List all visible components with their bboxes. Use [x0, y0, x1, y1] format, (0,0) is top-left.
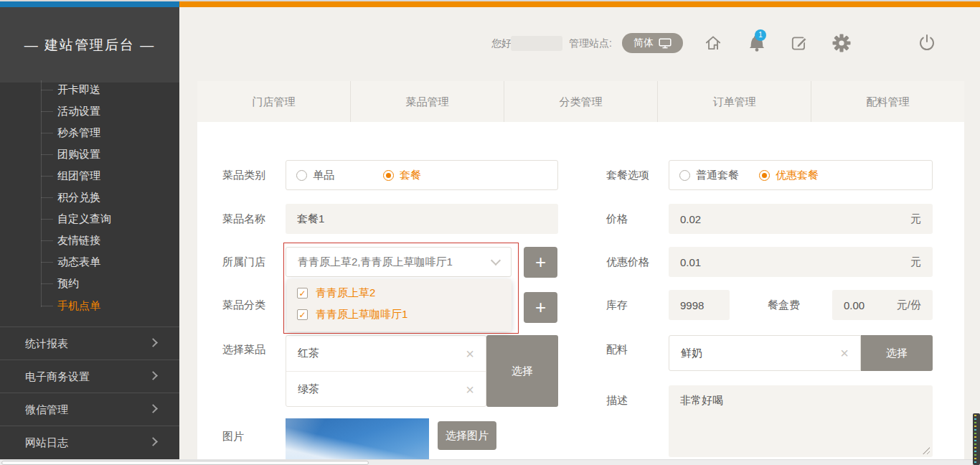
checkbox-checked[interactable]: ✓ [297, 288, 308, 299]
tab-order-management[interactable]: 订单管理 [657, 81, 811, 122]
dish-name-label: 菜品名称 [222, 212, 265, 226]
apps-grid-icon[interactable] [876, 35, 895, 54]
description-value: 非常好喝 [680, 394, 723, 406]
select-image-button[interactable]: 选择图片 [438, 421, 496, 450]
sidebar-item-activity[interactable]: 活动设置 [0, 104, 179, 118]
sidebar-item-label: 组团管理 [57, 169, 100, 182]
sidebar-item-links[interactable]: 友情链接 [0, 233, 179, 248]
power-icon[interactable] [918, 34, 936, 52]
horizontal-scrollbar-track[interactable] [0, 459, 980, 465]
chevron-right-icon [149, 437, 158, 446]
dish-type-label: 菜品类别 [222, 168, 265, 182]
sidebar-section-wechat[interactable]: 微信管理 [0, 393, 179, 426]
add-store-button[interactable]: + [524, 247, 557, 278]
notification-badge: 1 [755, 29, 766, 41]
language-label: 简体 [633, 37, 654, 50]
dish-row: 红茶 × [286, 336, 486, 372]
stock-label: 库存 [606, 298, 628, 312]
radio-single-item[interactable] [296, 170, 307, 181]
store-option-row[interactable]: ✓ 青青原上草2 [297, 286, 375, 300]
check-icon: ✓ [298, 288, 306, 299]
tree-tick [41, 240, 53, 241]
remove-dish-icon[interactable]: × [466, 382, 474, 397]
store-option-label: 青青原上草2 [316, 286, 375, 300]
dish-name-input[interactable] [286, 204, 558, 234]
section-label: 统计报表 [25, 337, 68, 349]
sidebar-item-label: 秒杀管理 [57, 126, 100, 138]
add-category-button[interactable]: + [524, 292, 557, 323]
sidebar-section-statistics[interactable]: 统计报表 [0, 327, 179, 360]
stock-input[interactable] [669, 290, 730, 320]
sidebar-item-label: 积分兑换 [57, 191, 100, 203]
topbar-orange [179, 1, 980, 7]
tree-tick [41, 111, 53, 112]
vertical-scrollbar-thumb[interactable] [973, 413, 980, 465]
ingredient-field[interactable]: 鲜奶 × [669, 335, 861, 371]
remove-ingredient-icon[interactable]: × [840, 346, 849, 360]
store-select[interactable]: 青青原上草2,青青原上草咖啡厅1 [286, 247, 512, 277]
ingredient-value: 鲜奶 [681, 347, 702, 360]
tab-store-management[interactable]: 门店管理 [197, 81, 350, 122]
radio-normal-meal[interactable] [679, 170, 690, 181]
meal-option-radio-group: 普通套餐 优惠套餐 [669, 160, 933, 190]
discount-price-field[interactable]: 0.01 元 [669, 247, 933, 277]
dish-type-radio-group: 单品 套餐 [286, 160, 558, 190]
gear-icon[interactable] [832, 34, 851, 52]
remove-dish-icon[interactable]: × [466, 347, 474, 361]
language-pill-button[interactable]: 简体 [622, 33, 683, 53]
sidebar-item-booking[interactable]: 预约 [0, 276, 179, 291]
tree-tick [41, 176, 53, 177]
meal-option-label: 套餐选项 [606, 168, 649, 182]
store-label: 所属门店 [222, 255, 265, 269]
sidebar-item-label: 团购设置 [57, 148, 100, 160]
chevron-down-icon [491, 255, 501, 265]
box-fee-unit: 元/份 [897, 299, 921, 312]
description-textarea[interactable]: 非常好喝 [669, 385, 933, 457]
radio-set-meal[interactable] [383, 170, 394, 181]
topbar-blue [0, 1, 179, 7]
sidebar-section-ecommerce[interactable]: 电子商务设置 [0, 360, 179, 393]
sidebar-section-sitelog[interactable]: 网站日志 [0, 426, 179, 459]
radio-discount-meal[interactable] [759, 170, 770, 181]
tree-tick [41, 283, 53, 284]
store-option-label: 青青原上草咖啡厅1 [316, 308, 407, 321]
box-fee-value: 0.00 [844, 299, 864, 311]
sidebar-item-card-gift[interactable]: 开卡即送 [0, 83, 179, 97]
tree-tick [41, 219, 53, 220]
sidebar-item-points[interactable]: 积分兑换 [0, 190, 179, 205]
sidebar-item-label: 预约 [57, 277, 79, 289]
select-ingredient-button[interactable]: 选择 [861, 335, 933, 371]
tab-ingredient-management[interactable]: 配料管理 [811, 81, 964, 122]
sidebar-item-mobile-order[interactable]: 手机点单 [0, 299, 179, 313]
section-label: 微信管理 [25, 403, 68, 415]
chevron-right-icon [149, 338, 158, 347]
sidebar-item-label: 友情链接 [57, 234, 100, 246]
image-label: 图片 [222, 429, 244, 443]
sidebar-item-dynamic-form[interactable]: 动态表单 [0, 255, 179, 269]
sidebar-item-custom-query[interactable]: 自定义查询 [0, 212, 179, 226]
section-label: 电子商务设置 [25, 370, 90, 382]
box-fee-field[interactable]: 0.00 元/份 [832, 290, 933, 320]
ingredient-label: 配料 [606, 342, 628, 357]
tab-dish-management[interactable]: 菜品管理 [350, 81, 504, 122]
checkbox-checked[interactable]: ✓ [297, 309, 308, 320]
home-icon[interactable] [704, 34, 722, 52]
discount-price-value: 0.01 [680, 256, 701, 268]
monitor-icon [659, 38, 672, 49]
resize-handle[interactable] [923, 447, 930, 454]
sidebar-item-groupbuy[interactable]: 团购设置 [0, 147, 179, 161]
tab-category-management[interactable]: 分类管理 [504, 81, 657, 122]
price-field[interactable]: 0.02 元 [669, 204, 933, 234]
sidebar-item-seckill[interactable]: 秒杀管理 [0, 126, 179, 140]
horizontal-scrollbar-thumb[interactable] [1, 461, 369, 465]
sidebar-item-team[interactable]: 组团管理 [0, 169, 179, 183]
tree-tick [41, 154, 53, 155]
plus-icon: + [535, 251, 546, 273]
discount-price-unit: 元 [910, 255, 921, 269]
store-option-row[interactable]: ✓ 青青原上草咖啡厅1 [297, 308, 407, 321]
select-dish-button[interactable]: 选择 [486, 335, 558, 407]
check-icon: ✓ [298, 310, 306, 320]
radio-label: 优惠套餐 [776, 169, 819, 182]
dish-row: 绿茶 × [286, 372, 486, 407]
edit-icon[interactable] [790, 34, 809, 52]
